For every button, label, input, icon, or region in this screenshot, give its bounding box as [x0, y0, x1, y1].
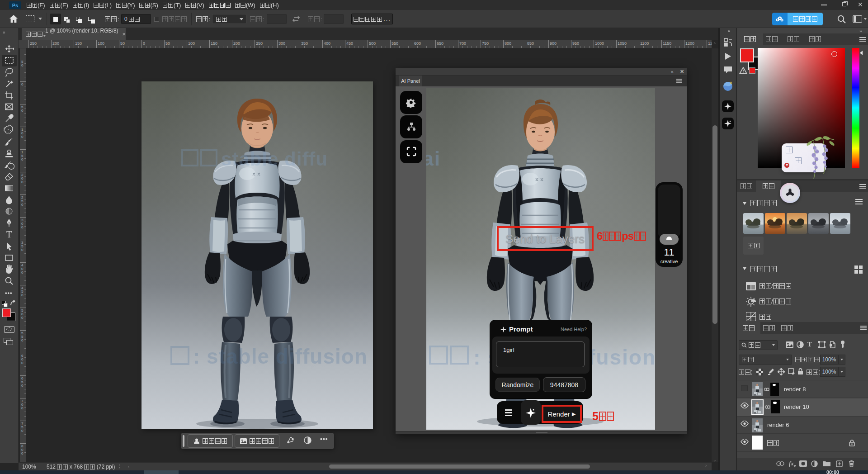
svg-text:T: T [6, 229, 12, 239]
svg-text:usion ai: usion ai [426, 147, 441, 170]
svg-text:: stable diffusion: : stable diffusion [193, 345, 368, 368]
svg-text:stable diffu: stable diffu [221, 148, 328, 170]
